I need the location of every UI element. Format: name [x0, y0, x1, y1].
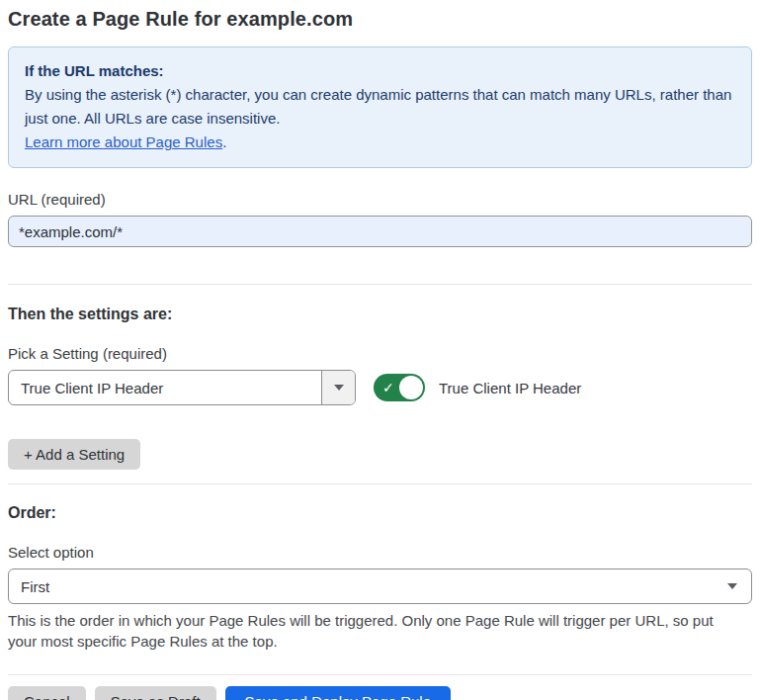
check-icon: ✓: [382, 381, 394, 394]
save-draft-button[interactable]: Save as Draft: [95, 686, 216, 700]
url-input[interactable]: [8, 216, 752, 247]
caret-down-icon: [334, 385, 344, 391]
page-rule-form: Create a Page Rule for example.com If th…: [0, 0, 760, 700]
order-select-value: First: [9, 578, 49, 595]
setting-select-value: True Client IP Header: [9, 380, 163, 396]
save-deploy-button[interactable]: Save and Deploy Page Rule: [225, 686, 451, 700]
info-box-body: By using the asterisk (*) character, you…: [25, 83, 735, 131]
cancel-button[interactable]: Cancel: [8, 686, 86, 700]
footer-divider: [8, 674, 752, 675]
url-matches-info-box: If the URL matches: By using the asteris…: [8, 46, 752, 168]
footer-actions: Cancel Save as Draft Save and Deploy Pag…: [8, 685, 752, 700]
caret-down-icon: [727, 583, 737, 589]
info-box-heading: If the URL matches:: [25, 59, 735, 83]
url-label: URL (required): [8, 191, 752, 208]
link-period: .: [222, 133, 226, 150]
order-section-heading: Order:: [8, 504, 752, 522]
toggle-label: True Client IP Header: [439, 380, 581, 396]
info-box-link-line: Learn more about Page Rules.: [25, 131, 735, 154]
settings-section-heading: Then the settings are:: [8, 306, 752, 323]
order-select-caret: [727, 583, 751, 589]
select-option-label: Select option: [8, 544, 752, 561]
page-title: Create a Page Rule for example.com: [8, 8, 752, 31]
add-setting-button[interactable]: + Add a Setting: [8, 439, 140, 470]
order-select[interactable]: First: [8, 569, 752, 604]
section-divider: [8, 483, 752, 484]
setting-row: True Client IP Header ✓ True Client IP H…: [8, 370, 752, 405]
pick-setting-label: Pick a Setting (required): [8, 345, 752, 362]
order-help-text: This is the order in which your Page Rul…: [8, 610, 739, 652]
toggle-knob: [399, 376, 423, 399]
section-divider: [8, 284, 752, 285]
learn-more-link[interactable]: Learn more about Page Rules: [25, 133, 222, 150]
setting-toggle[interactable]: ✓: [374, 374, 425, 401]
setting-select-caret-button[interactable]: [321, 371, 355, 404]
setting-select[interactable]: True Client IP Header: [8, 370, 356, 405]
